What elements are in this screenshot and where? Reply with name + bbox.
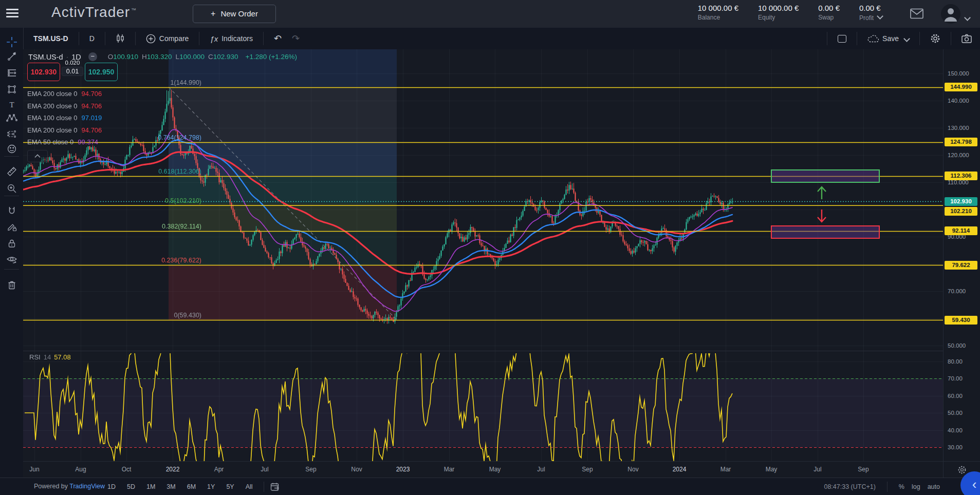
fib-level-label[interactable]: 0.236(79.622)	[23, 257, 201, 264]
range-3m-button[interactable]: 3M	[162, 482, 180, 492]
collapse-panel-button[interactable]	[27, 150, 48, 162]
fib-level-label[interactable]: 0.618(112.306)	[23, 168, 201, 175]
user-avatar[interactable]	[941, 4, 960, 24]
fib-level-label[interactable]: 0.764(124.798)	[23, 134, 201, 141]
chart-settings-button[interactable]	[925, 33, 946, 44]
spread-value: 0.020	[65, 60, 80, 66]
lock-icon	[7, 238, 17, 249]
fib-retracement-tool[interactable]	[4, 66, 20, 80]
gear-icon	[957, 465, 967, 474]
measure-tool[interactable]	[4, 164, 20, 179]
range-1m-button[interactable]: 1M	[142, 482, 160, 492]
menu-icon[interactable]	[6, 9, 19, 18]
fib-level-label[interactable]: 1(144.990)	[23, 79, 201, 86]
text-icon: T	[7, 100, 17, 110]
collapse-legend-icon[interactable]: −	[88, 52, 97, 61]
resistance-zone[interactable]	[771, 169, 880, 183]
price-axis[interactable]: 150.000140.000130.000120.000110.00090.00…	[943, 49, 980, 461]
rsi-tick: 60.00	[948, 393, 963, 399]
new-order-button[interactable]: +New Order	[193, 5, 276, 23]
range-all-button[interactable]: All	[241, 482, 257, 492]
symbol-button[interactable]: TSM.US-D	[28, 34, 73, 43]
remove-tool[interactable]	[4, 278, 20, 292]
ema-legend-row[interactable]: EMA 200 close 094.706	[27, 90, 102, 98]
fib-level-label[interactable]: 0(59.430)	[23, 312, 201, 319]
range-5d-button[interactable]: 5D	[122, 482, 140, 492]
rsi-value: 57.08	[54, 353, 71, 361]
go-to-date-button[interactable]	[270, 482, 280, 491]
fx-icon: ƒx	[210, 34, 218, 43]
ema-legend-row[interactable]: EMA 200 close 094.706	[27, 126, 102, 134]
camera-icon	[961, 34, 972, 43]
shapes-tool[interactable]	[4, 82, 20, 97]
price-tick: 120.000	[948, 152, 969, 158]
forecast-icon	[7, 128, 17, 139]
snapshot-button[interactable]	[956, 34, 977, 43]
auto-scale-button[interactable]: auto	[928, 483, 940, 490]
ema-legend-row[interactable]: EMA 200 close 094.706	[27, 102, 102, 110]
rsi-tick: 70.00	[948, 375, 963, 382]
magnet-icon	[7, 205, 17, 216]
activtrader-app: ActivTrader™ +New Order 10 000.00 €Balan…	[0, 0, 980, 495]
arrow-down-icon[interactable]	[815, 208, 828, 224]
prediction-tool[interactable]	[4, 126, 20, 141]
zoom-in-tool[interactable]	[4, 181, 20, 196]
undo-button[interactable]: ↶	[269, 33, 287, 44]
hide-all-tool[interactable]	[4, 252, 20, 266]
range-5y-button[interactable]: 5Y	[221, 482, 238, 492]
footer-right: 08:47:33 (UTC+1) % log auto	[824, 478, 940, 495]
fib-level-label[interactable]: 0.382(92.114)	[23, 223, 201, 230]
magnet-tool[interactable]	[4, 203, 20, 218]
time-axis[interactable]: JunAugOct2022AprJulSepNov2023MarMayJulSe…	[23, 461, 980, 478]
support-zone[interactable]	[771, 225, 880, 239]
avatar-chevron-down-icon[interactable]	[964, 14, 971, 21]
indicators-button[interactable]: ƒx Indicators	[205, 34, 258, 43]
compare-plus-icon	[146, 34, 156, 44]
tradingview-attribution[interactable]: Powered by TradingView	[34, 483, 105, 490]
crosshair-tool[interactable]	[4, 35, 20, 49]
pattern-tool[interactable]	[4, 111, 20, 125]
time-tick: Sep	[301, 466, 321, 473]
price-level-badge: 59.430	[945, 316, 977, 325]
ema-legend-row[interactable]: EMA 100 close 097.019	[27, 114, 102, 122]
mail-icon[interactable]	[910, 8, 923, 19]
stat-balance: 10 000.00 €Balance	[698, 4, 738, 22]
redo-button[interactable]: ↷	[287, 33, 305, 44]
log-scale-button[interactable]: log	[912, 483, 920, 490]
drawing-lock-tool[interactable]	[4, 220, 20, 234]
time-tick: Jun	[24, 466, 45, 473]
rsi-tick: 30.00	[948, 444, 963, 450]
stat-swap: 0.00 €Swap	[818, 4, 840, 22]
time-tick: 2024	[669, 466, 690, 473]
save-layout-button[interactable]: Save	[862, 34, 914, 43]
legend-symbol[interactable]: TSM.US-d	[28, 53, 63, 61]
interval-button[interactable]: D	[84, 34, 100, 43]
time-tick: Jul	[254, 466, 275, 473]
range-1y-button[interactable]: 1Y	[202, 482, 219, 492]
chart-type-icon[interactable]	[110, 33, 130, 44]
arrow-up-icon[interactable]	[815, 185, 828, 200]
price-level-badge: 144.990	[945, 83, 977, 91]
range-6m-button[interactable]: 6M	[182, 482, 200, 492]
ruler-icon	[6, 166, 17, 177]
percent-scale-button[interactable]: %	[899, 483, 904, 490]
top-bar: ActivTrader™ +New Order 10 000.00 €Balan…	[0, 0, 980, 28]
layout-select-button[interactable]	[833, 35, 852, 43]
price-level-badge: 92.114	[945, 226, 977, 235]
range-1d-button[interactable]: 1D	[103, 482, 120, 492]
text-tool[interactable]: T	[4, 98, 20, 112]
clock: 08:47:33 (UTC+1)	[824, 483, 875, 490]
rectangle-icon	[7, 84, 17, 94]
candlestick-chart-canvas[interactable]	[23, 49, 943, 461]
pencil-lock-icon	[7, 222, 17, 232]
time-tick: Sep	[577, 466, 598, 473]
lock-all-tool[interactable]	[4, 236, 20, 251]
compare-button[interactable]: Compare	[141, 34, 194, 44]
profit-chevron-down-icon[interactable]	[877, 13, 883, 20]
time-tick: May	[761, 466, 782, 473]
trend-line-tool[interactable]	[4, 49, 20, 64]
chart-area: TSM.US-d · 1D − O100.910H103.320L100.000…	[23, 49, 980, 478]
emoji-tool[interactable]	[4, 142, 20, 156]
fib-level-label[interactable]: 0.5(102.210)	[23, 197, 201, 204]
time-tick: Jul	[807, 466, 828, 473]
